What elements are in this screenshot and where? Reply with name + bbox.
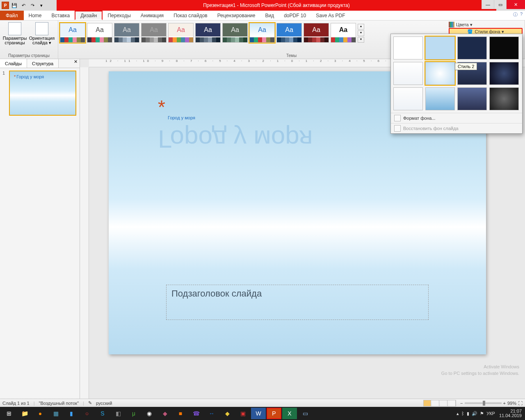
- tray-network-icon[interactable]: ▮: [467, 411, 469, 416]
- taskbar-firefox[interactable]: ●: [33, 408, 48, 419]
- bg-style-2[interactable]: [425, 37, 455, 59]
- taskbar-excel[interactable]: X: [282, 408, 297, 419]
- bg-style-8[interactable]: [489, 62, 519, 85]
- zoom-percent[interactable]: 99%: [507, 401, 516, 406]
- zoom-in[interactable]: +: [503, 401, 506, 406]
- tray-language[interactable]: УКР: [486, 411, 495, 416]
- tab-slides-pane[interactable]: Слайды: [0, 59, 27, 68]
- taskbar-word[interactable]: W: [251, 408, 266, 419]
- bg-style-10[interactable]: [425, 87, 455, 110]
- taskbar-chrome[interactable]: ◉: [142, 408, 157, 419]
- fit-to-window[interactable]: ⛶: [518, 401, 523, 406]
- bg-style-12[interactable]: [489, 87, 519, 110]
- view-normal[interactable]: [424, 400, 431, 406]
- theme-thumb-selected[interactable]: Aa: [249, 23, 275, 43]
- theme-thumb[interactable]: Aa: [222, 23, 248, 43]
- bg-style-4[interactable]: [489, 37, 519, 59]
- minimize-ribbon-icon[interactable]: ⓘ: [513, 11, 518, 18]
- bg-style-11[interactable]: [457, 87, 487, 110]
- taskbar-notepad[interactable]: ▭: [298, 408, 313, 419]
- qat-dropdown-icon[interactable]: ▾: [38, 2, 45, 9]
- undo-icon[interactable]: ↶: [20, 2, 27, 9]
- taskbar-app-purple[interactable]: ◆: [158, 408, 172, 419]
- theme-thumb[interactable]: Aa: [168, 23, 194, 43]
- help-icon[interactable]: ?: [520, 11, 523, 18]
- windows-watermark: Activate Windows Go to PC settings to ac…: [441, 363, 519, 377]
- title-bar: P 💾 ↶ ↷ ▾ Презентация1 - Microsoft Power…: [0, 0, 525, 11]
- reset-background-menu: Восстановить фон слайда: [391, 123, 522, 133]
- view-sorter[interactable]: [432, 400, 439, 406]
- tray-bluetooth-icon[interactable]: ᛒ: [461, 411, 464, 416]
- redo-icon[interactable]: ↷: [29, 2, 36, 9]
- tab-outline-pane[interactable]: Структура: [27, 59, 59, 68]
- taskbar-explorer[interactable]: 📁: [17, 408, 32, 419]
- taskbar-opera[interactable]: ○: [80, 408, 94, 419]
- theme-thumb[interactable]: Aa: [195, 23, 221, 43]
- subtitle-placeholder[interactable]: Подзаголовок слайда: [166, 285, 429, 320]
- page-setup-button[interactable]: Параметры страницы: [2, 21, 28, 45]
- tab-insert[interactable]: Вставка: [47, 11, 75, 20]
- taskbar-app-red[interactable]: ▣: [235, 408, 250, 419]
- bg-style-3[interactable]: [457, 37, 487, 59]
- maximize-button[interactable]: ▭: [494, 0, 506, 9]
- tray-volume-icon[interactable]: 🔊: [472, 411, 477, 416]
- theme-colors-button[interactable]: Цвета ▾: [449, 21, 523, 28]
- status-language[interactable]: русский: [96, 401, 112, 406]
- close-button[interactable]: ✕: [506, 0, 525, 9]
- taskbar-viber[interactable]: ☎: [189, 408, 203, 419]
- app-icon: P: [2, 2, 9, 9]
- format-background-menu[interactable]: Формат фона...: [391, 113, 522, 123]
- zoom-out[interactable]: −: [460, 401, 463, 406]
- slide-panel: Слайды Структура ✕ 1 *Город у моря: [0, 59, 80, 399]
- taskbar-app-2[interactable]: ▦: [48, 408, 63, 419]
- taskbar-teamviewer[interactable]: ↔: [204, 408, 219, 419]
- bg-style-5[interactable]: [393, 62, 423, 85]
- tab-review[interactable]: Рецензирование: [212, 11, 260, 20]
- slide-orientation-button[interactable]: Ориентация слайда ▾: [29, 21, 55, 45]
- themes-more[interactable]: ▾: [358, 37, 364, 43]
- start-button[interactable]: ⊞: [2, 408, 16, 419]
- zoom-slider[interactable]: [465, 402, 502, 404]
- theme-thumb-current[interactable]: Aa: [60, 23, 85, 43]
- themes-scroll-down[interactable]: ▾: [358, 30, 364, 36]
- taskbar-utorrent[interactable]: μ: [126, 408, 141, 419]
- view-reading[interactable]: [440, 400, 447, 406]
- taskbar-app-cube[interactable]: ◧: [111, 408, 126, 419]
- theme-thumb[interactable]: Aa: [276, 23, 302, 43]
- themes-scroll-up[interactable]: ▴: [358, 24, 364, 30]
- tab-view[interactable]: Вид: [260, 11, 279, 20]
- tab-design[interactable]: Дизайн: [75, 11, 103, 20]
- windows-taskbar: ⊞ 📁 ● ▦ ▮ ○ S ◧ μ ◉ ◆ ■ ☎ ↔ ◆ ▣ W P X ▭ …: [0, 407, 525, 420]
- slide-thumb-1[interactable]: 1 *Город у моря: [2, 71, 77, 116]
- save-icon[interactable]: 💾: [11, 2, 18, 9]
- slide-title[interactable]: *Город у моря: [158, 96, 195, 125]
- minimize-button[interactable]: —: [482, 0, 494, 9]
- spellcheck-icon[interactable]: ✎: [88, 400, 92, 406]
- taskbar-skype[interactable]: S: [95, 408, 110, 419]
- bg-style-1[interactable]: [393, 37, 423, 59]
- tray-flag-icon[interactable]: ⚑: [480, 411, 484, 416]
- tab-transitions[interactable]: Переходы: [103, 11, 135, 20]
- tab-slideshow[interactable]: Показ слайдов: [169, 11, 212, 20]
- tab-file[interactable]: Файл: [0, 11, 24, 20]
- theme-thumb[interactable]: Aa: [331, 23, 356, 43]
- tab-animation[interactable]: Анимация: [136, 11, 169, 20]
- bg-style-9[interactable]: [393, 87, 423, 110]
- bg-style-6[interactable]: [425, 62, 455, 85]
- taskbar-app-yellow[interactable]: ◆: [220, 408, 235, 419]
- tray-expand-icon[interactable]: ▴: [457, 411, 459, 416]
- close-pane-button[interactable]: ✕: [71, 59, 80, 68]
- tab-home[interactable]: Home: [24, 11, 47, 20]
- theme-thumb[interactable]: Aa: [114, 23, 139, 43]
- tab-save-as-pdf[interactable]: Save As PDF: [311, 11, 350, 20]
- taskbar-app-orange[interactable]: ■: [173, 408, 188, 419]
- title-reflection: Город у моря: [158, 125, 313, 154]
- taskbar-powerpoint[interactable]: P: [267, 408, 281, 419]
- tray-clock[interactable]: 21:0711.04.2019: [498, 409, 523, 418]
- taskbar-app-blue[interactable]: ▮: [64, 408, 79, 419]
- tab-dopdf[interactable]: doPDF 10: [279, 11, 311, 20]
- theme-thumb[interactable]: Aa: [304, 23, 329, 43]
- theme-thumb[interactable]: Aa: [141, 23, 167, 43]
- theme-thumb[interactable]: Aa: [87, 23, 112, 43]
- view-slideshow[interactable]: [448, 400, 456, 406]
